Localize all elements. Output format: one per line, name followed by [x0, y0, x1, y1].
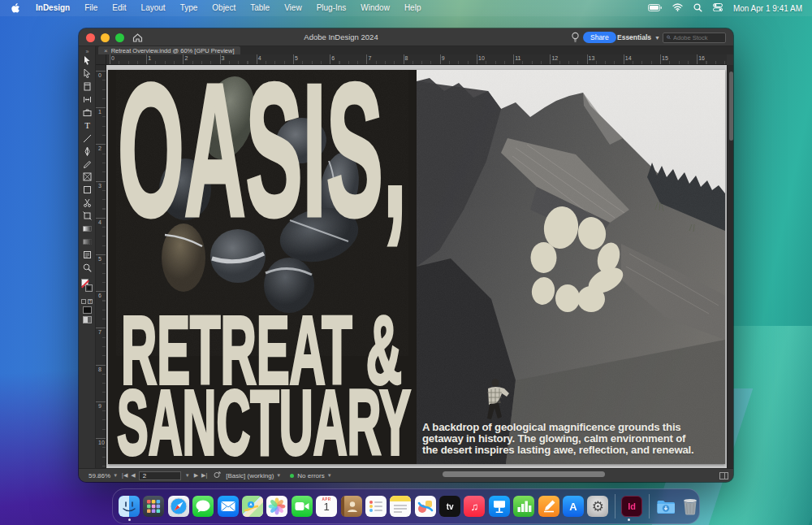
free-transform-tool[interactable] [79, 210, 96, 223]
apple-menu-icon[interactable] [11, 3, 20, 14]
fill-stroke-swatches[interactable] [79, 277, 96, 298]
share-button[interactable]: Share [583, 32, 616, 43]
menu-item-edit[interactable]: Edit [105, 0, 133, 16]
gap-tool[interactable] [79, 93, 96, 106]
indesign-window: Adobe InDesign 2024 Share Essentials▼ × … [79, 28, 733, 482]
vertical-scrollbar[interactable] [727, 65, 733, 468]
h-ruler-number: 6 [331, 55, 335, 61]
menu-item-help[interactable]: Help [397, 0, 429, 16]
dock-icon-finder[interactable] [119, 496, 140, 517]
preflight-profile[interactable]: [Basic] (working)▼ [226, 472, 283, 479]
wifi-icon[interactable] [672, 3, 683, 13]
dock-icon-appstore[interactable]: A [563, 496, 584, 517]
dock-icon-mail[interactable] [218, 496, 239, 517]
dock-icon-photos[interactable] [266, 496, 287, 517]
close-window-button[interactable] [86, 33, 95, 42]
home-icon[interactable] [132, 32, 143, 46]
pencil-tool[interactable] [79, 158, 96, 171]
dock-icon-numbers[interactable] [513, 496, 534, 517]
dock-icon-facetime[interactable] [292, 496, 313, 517]
menu-item-window[interactable]: Window [353, 0, 397, 16]
previous-page-button[interactable]: ◀ [131, 472, 135, 479]
window-titlebar[interactable]: Adobe InDesign 2024 Share Essentials▼ [79, 28, 733, 46]
direct-selection-tool[interactable] [79, 67, 96, 80]
workspace-switcher[interactable]: Essentials▼ [617, 32, 660, 43]
rectangle-frame-tool[interactable] [79, 171, 96, 184]
spotlight-search-icon[interactable] [693, 3, 702, 14]
zoom-window-button[interactable] [115, 33, 124, 42]
menu-item-indesign[interactable]: InDesign [28, 0, 77, 16]
dock-icon-trash[interactable] [680, 496, 701, 517]
document-viewport[interactable]: OASIS, RETREAT & SANCTUARY [106, 65, 727, 468]
adobe-stock-search[interactable] [663, 33, 726, 43]
dock-icon-indesign[interactable]: Id [621, 496, 642, 517]
menu-item-file[interactable]: File [77, 0, 105, 16]
dock-icon-downloads[interactable] [655, 496, 676, 517]
dock-icon-freeform[interactable] [415, 496, 436, 517]
dock-icon-keynote[interactable] [489, 496, 510, 517]
first-page-button[interactable]: |◀ [122, 472, 127, 479]
zoom-level[interactable]: 59.86%▼ [89, 472, 120, 479]
page-right-photo[interactable]: A backdrop of geological magnificence gr… [417, 70, 725, 464]
menu-item-type[interactable]: Type [173, 0, 205, 16]
screen-mode-button[interactable] [83, 316, 92, 323]
minimize-window-button[interactable] [101, 33, 110, 42]
ruler-origin-box[interactable] [96, 54, 106, 65]
dock-icon-reminders[interactable] [365, 496, 387, 517]
preflight-errors-status[interactable]: No errors▼ [297, 472, 334, 479]
dock-icon-safari[interactable] [168, 496, 189, 517]
horizontal-scrollbar-thumb[interactable] [443, 471, 605, 477]
vertical-ruler[interactable]: 01234567891011 [96, 65, 106, 468]
discover-lightbulb-icon[interactable] [571, 32, 580, 46]
dock-icon-messages[interactable] [192, 496, 214, 517]
rectangle-tool[interactable] [79, 184, 96, 197]
gradient-swatch-tool[interactable] [79, 223, 96, 236]
gradient-feather-tool[interactable] [79, 235, 96, 248]
document-tab[interactable]: × Retreat Overview.indd @ 60% [GPU Previ… [98, 46, 240, 54]
formatting-affects-text-button[interactable]: T [88, 299, 93, 304]
dock-icon-music[interactable]: ♫ [464, 496, 485, 517]
battery-icon[interactable] [648, 4, 662, 13]
dock-icon-notes[interactable] [390, 496, 411, 517]
apply-color-button[interactable] [83, 306, 92, 314]
horizontal-ruler[interactable]: 01234567891011121314151617 [106, 54, 727, 65]
menu-item-table[interactable]: Table [243, 0, 277, 16]
stroke-swatch-black[interactable] [85, 284, 93, 292]
menu-clock[interactable]: Mon Apr 1 9:41 AM [733, 4, 802, 13]
dock-icon-calendar[interactable]: APR 1 [316, 496, 337, 517]
page-tool[interactable] [79, 80, 96, 93]
menu-item-layout[interactable]: Layout [134, 0, 173, 16]
adobe-stock-input[interactable] [673, 34, 722, 41]
menu-item-object[interactable]: Object [205, 0, 243, 16]
spread-view-button[interactable] [719, 472, 728, 479]
page-menu-chevron-icon[interactable]: ▼ [185, 473, 190, 478]
menu-item-view[interactable]: View [277, 0, 309, 16]
dock-icon-launchpad[interactable] [143, 496, 164, 517]
content-collector-tool[interactable] [79, 106, 96, 119]
preflight-icon[interactable] [214, 471, 221, 480]
h-ruler-number: 15 [662, 55, 668, 61]
note-tool[interactable] [79, 248, 96, 261]
pen-tool[interactable] [79, 145, 96, 158]
control-center-icon[interactable] [713, 3, 723, 13]
zoom-tool[interactable] [79, 261, 96, 274]
page-number-field[interactable]: 2 [139, 471, 181, 480]
close-tab-icon[interactable]: × [104, 47, 108, 54]
selection-tool[interactable] [79, 54, 96, 67]
dock-icon-contacts[interactable] [341, 496, 362, 517]
next-page-button[interactable]: ▶ [194, 472, 198, 479]
menu-item-plugins[interactable]: Plug-Ins [309, 0, 354, 16]
type-tool[interactable]: T [79, 119, 96, 132]
dock-separator [649, 494, 650, 518]
formatting-affects-container-button[interactable] [81, 299, 86, 304]
scissors-tool[interactable] [79, 197, 96, 210]
tools-panel-more-icon[interactable]: » [79, 46, 95, 54]
dock-icon-maps[interactable] [242, 496, 263, 517]
dock-icon-pages[interactable] [538, 496, 559, 517]
page-left-cover[interactable]: OASIS, RETREAT & SANCTUARY [108, 70, 417, 464]
dock-icon-settings[interactable]: ⚙ [587, 496, 608, 517]
dock-icon-tv[interactable]: tv [439, 496, 460, 517]
last-page-button[interactable]: ▶| [201, 472, 207, 479]
vertical-scrollbar-thumb[interactable] [729, 72, 733, 141]
line-tool[interactable] [79, 132, 96, 145]
